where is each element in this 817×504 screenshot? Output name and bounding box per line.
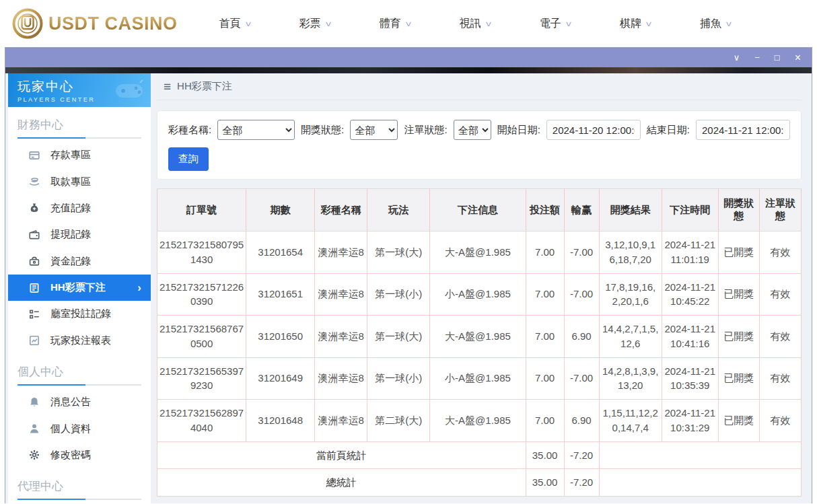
table-row: 2152173215653979230 31201649 澳洲幸运8 第一球(小… bbox=[157, 357, 802, 400]
grand-summary-row: 總統計 35.00 -7.20 bbox=[157, 469, 802, 497]
page-summary-label: 當前頁統計 bbox=[157, 441, 526, 469]
sidebar-item-label: 存款專區 bbox=[50, 149, 91, 161]
nav-item-label: 電子 bbox=[540, 17, 561, 31]
nav-item[interactable]: 視訊 ∨ bbox=[460, 17, 491, 31]
sidebar-item-label: 提現記錄 bbox=[50, 228, 91, 241]
cell-bet-info: 大-A盤@1.985 bbox=[430, 400, 526, 442]
gamepad-icon bbox=[110, 79, 145, 102]
sidebar-item-change-password[interactable]: 修改密碼 bbox=[8, 442, 151, 468]
cell-bet-time: 2024-11-21 11:01:19 bbox=[662, 231, 718, 274]
section-divider bbox=[17, 384, 141, 386]
sidebar-item-withdrawal-record[interactable]: 提現記錄 bbox=[8, 221, 151, 248]
nav-item-label: 體育 bbox=[380, 17, 401, 31]
column-header: 下注信息 bbox=[430, 189, 526, 231]
column-header: 開獎狀態 bbox=[718, 189, 759, 231]
top-nav: 首頁 ∨ 彩票 ∨ 體育 ∨ 視訊 ∨ 電子 ∨ bbox=[219, 17, 732, 31]
sidebar-item-label: 消息公告 bbox=[50, 396, 91, 408]
nav-item[interactable]: 首頁 ∨ bbox=[219, 17, 251, 31]
nav-item[interactable]: 電子 ∨ bbox=[540, 17, 571, 31]
page-summary-winloss-total: -7.20 bbox=[564, 441, 599, 469]
lottery-name-select[interactable]: 全部 bbox=[217, 120, 295, 140]
table-row: 2152173215712260390 31201651 澳洲幸运8 第一球(小… bbox=[157, 273, 802, 316]
column-header: 開獎結果 bbox=[599, 189, 662, 231]
cell-period: 31201651 bbox=[246, 273, 315, 316]
cell-bet-info: 大-A盤@1.985 bbox=[430, 316, 526, 358]
column-header: 玩法 bbox=[367, 189, 430, 231]
draw-status-select[interactable]: 全部 bbox=[350, 120, 398, 140]
cell-order-status: 有效 bbox=[759, 400, 801, 442]
cell-play-type: 第一球(小) bbox=[367, 357, 430, 400]
cell-draw-status: 已開獎 bbox=[718, 231, 759, 274]
sidebar-item-hh-lottery-bets[interactable]: HH彩票下注 › bbox=[8, 275, 151, 301]
sidebar-section-personal: 個人中心 bbox=[8, 354, 151, 380]
cell-bet-info: 小-A盤@1.985 bbox=[430, 357, 526, 400]
cell-draw-status: 已開獎 bbox=[718, 273, 759, 316]
sidebar: 玩家中心 PLAYERS CENTER 財務中心 存款專區 bbox=[8, 73, 151, 503]
nav-item[interactable]: 彩票 ∨ bbox=[299, 17, 331, 31]
recharge-bag-icon bbox=[28, 202, 40, 214]
sidebar-header: 玩家中心 PLAYERS CENTER bbox=[8, 73, 151, 107]
cell-order-no: 2152173215712260390 bbox=[157, 273, 246, 316]
sidebar-item-label: 充值記錄 bbox=[50, 202, 91, 215]
cell-draw-result: 17,8,19,16,2,20,1,6 bbox=[599, 273, 662, 316]
end-date-input[interactable] bbox=[696, 120, 790, 140]
cell-play-type: 第二球(大) bbox=[367, 400, 430, 442]
chevron-down-icon: ∨ bbox=[244, 20, 252, 28]
nav-item[interactable]: 捕魚 ∨ bbox=[700, 17, 732, 31]
cell-win-loss: 6.90 bbox=[564, 316, 599, 358]
chevron-down-icon: ∨ bbox=[565, 20, 573, 28]
menu-icon[interactable]: ≡ bbox=[164, 79, 171, 94]
sidebar-item-label: 修改密碼 bbox=[50, 449, 91, 462]
cell-period: 31201648 bbox=[246, 400, 315, 442]
table-row: 2152173215807951430 31201654 澳洲幸运8 第一球(大… bbox=[157, 231, 802, 274]
sidebar-item-profile[interactable]: 個人資料 bbox=[8, 415, 151, 441]
column-header: 下注時間 bbox=[662, 189, 718, 231]
page-summary-row: 當前頁統計 35.00 -7.20 bbox=[157, 441, 802, 469]
sidebar-item-recharge-record[interactable]: 充值記錄 bbox=[8, 195, 151, 221]
chevron-down-icon: ∨ bbox=[404, 20, 413, 28]
minimize-icon[interactable]: − bbox=[754, 53, 760, 62]
cell-bet-amount: 7.00 bbox=[526, 316, 564, 358]
section-divider bbox=[17, 499, 141, 500]
cell-draw-result: 3,12,10,9,16,18,7,20 bbox=[599, 231, 662, 274]
bell-icon bbox=[28, 396, 40, 408]
sidebar-item-player-report[interactable]: 玩家投注報表 bbox=[8, 328, 151, 354]
cell-win-loss: 6.90 bbox=[564, 400, 599, 442]
cell-play-type: 第一球(大) bbox=[367, 231, 430, 274]
nav-item[interactable]: 棋牌 ∨ bbox=[620, 17, 651, 31]
sidebar-section-finance: 財務中心 bbox=[8, 107, 151, 133]
sidebar-item-hall-bet-record[interactable]: 廳室投註記錄 bbox=[8, 301, 151, 327]
chevron-right-icon: › bbox=[137, 281, 141, 295]
close-icon[interactable]: × bbox=[795, 52, 801, 63]
cell-order-no: 2152173215653979230 bbox=[157, 357, 246, 400]
logo-text: USDT CASINO bbox=[48, 13, 178, 34]
sidebar-item-funds-record[interactable]: 資金記錄 bbox=[8, 248, 151, 274]
page-summary-bet-total: 35.00 bbox=[526, 441, 564, 469]
nav-item-label: 首頁 bbox=[219, 17, 241, 31]
cell-play-type: 第一球(小) bbox=[367, 273, 430, 316]
cell-draw-status: 已開獎 bbox=[718, 357, 759, 400]
grand-summary-winloss-total: -7.20 bbox=[564, 469, 599, 497]
order-status-select[interactable]: 全部 bbox=[454, 120, 491, 140]
cell-draw-status: 已開獎 bbox=[718, 400, 759, 442]
collapse-icon[interactable]: ∨ bbox=[734, 53, 740, 62]
cell-order-status: 有效 bbox=[759, 231, 801, 274]
cell-bet-time: 2024-11-21 10:41:16 bbox=[662, 316, 718, 358]
sidebar-item-label: 取款專區 bbox=[50, 176, 91, 188]
maximize-icon[interactable]: □ bbox=[775, 53, 780, 62]
cell-draw-status: 已開獎 bbox=[718, 316, 759, 358]
window-body: 玩家中心 PLAYERS CENTER 財務中心 存款專區 bbox=[5, 73, 812, 503]
sidebar-item-label: 資金記錄 bbox=[50, 255, 91, 268]
sidebar-item-withdraw[interactable]: 取款專區 bbox=[8, 168, 151, 194]
nav-item[interactable]: 體育 ∨ bbox=[380, 17, 411, 31]
sidebar-item-deposit[interactable]: 存款專區 bbox=[8, 142, 151, 168]
search-button[interactable]: 查詢 bbox=[168, 147, 209, 171]
nav-item-label: 捕魚 bbox=[700, 17, 721, 31]
section-divider bbox=[17, 137, 141, 139]
cell-bet-amount: 7.00 bbox=[526, 357, 564, 400]
bets-table: 訂單號期數彩種名稱玩法下注信息投注額輸赢開獎結果下注時間開獎狀態注單狀態 215… bbox=[157, 188, 802, 497]
start-date-input[interactable] bbox=[546, 120, 641, 140]
sidebar-item-announcements[interactable]: 消息公告 bbox=[8, 389, 151, 415]
cell-draw-result: 14,2,8,1,3,9,13,20 bbox=[599, 357, 662, 400]
filter-panel: 彩種名稱: 全部 開獎狀態: 全部 注單狀態: 全部 開始日期: 結束日期: 查… bbox=[157, 110, 802, 180]
